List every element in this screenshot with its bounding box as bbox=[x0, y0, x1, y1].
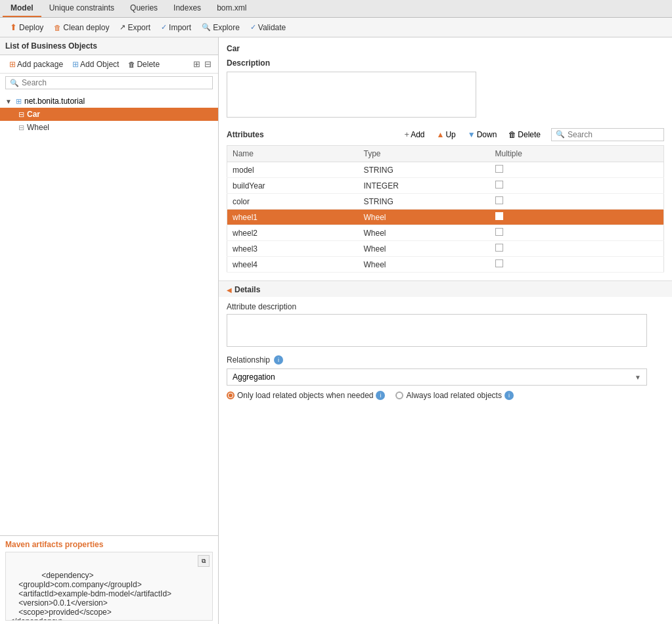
col-type: Type bbox=[359, 146, 490, 162]
add-object-icon: ⊞ bbox=[72, 60, 79, 69]
tab-queries[interactable]: Queries bbox=[122, 0, 166, 17]
table-row[interactable]: buildYearINTEGER bbox=[227, 178, 664, 194]
table-row[interactable]: wheel2Wheel bbox=[227, 225, 664, 241]
maven-copy-button[interactable]: ⧉ bbox=[198, 555, 210, 567]
table-row[interactable]: wheel3Wheel bbox=[227, 241, 664, 257]
always-load-info-icon[interactable]: i bbox=[504, 391, 514, 400]
validate-icon: ✓ bbox=[250, 23, 256, 32]
delete-object-button[interactable]: 🗑 Delete bbox=[124, 58, 164, 70]
import-button[interactable]: ✓ Import bbox=[156, 21, 196, 34]
table-row[interactable]: wheel1Wheel bbox=[227, 210, 664, 225]
cell-name: wheel1 bbox=[227, 210, 359, 225]
multiple-checkbox[interactable] bbox=[495, 259, 503, 267]
multiple-checkbox[interactable] bbox=[495, 228, 503, 236]
cell-multiple bbox=[490, 210, 664, 225]
right-panel: Car Description Attributes + Add bbox=[219, 37, 672, 624]
maven-header: Maven artifacts properties bbox=[5, 540, 213, 549]
details-header-row: ◀ Details bbox=[219, 281, 672, 297]
tree-root-label: net.bonita.tutorial bbox=[24, 97, 85, 106]
add-object-button[interactable]: ⊞ Add Object bbox=[68, 58, 123, 70]
cell-name: wheel4 bbox=[227, 257, 359, 273]
multiple-checkbox[interactable] bbox=[495, 165, 503, 173]
deploy-button[interactable]: ⬆ Deploy bbox=[5, 20, 48, 34]
cell-type: Wheel bbox=[359, 257, 490, 273]
left-search-icon: 🔍 bbox=[10, 79, 19, 87]
tree-root-icon: ⊞ bbox=[16, 97, 22, 106]
attributes-header-row: Attributes + Add ▲ Up ▼ Down bbox=[227, 127, 664, 141]
table-row[interactable]: colorSTRING bbox=[227, 194, 664, 210]
up-icon: ▲ bbox=[437, 130, 445, 139]
cell-type: Wheel bbox=[359, 225, 490, 241]
table-row[interactable]: wheel4Wheel bbox=[227, 257, 664, 273]
multiple-checkbox[interactable] bbox=[495, 244, 503, 252]
tab-unique-constraints[interactable]: Unique constraints bbox=[41, 0, 122, 17]
main-content: List of Business Objects ⊞ Add package ⊞… bbox=[0, 37, 672, 624]
car-object-icon: ⊟ bbox=[18, 110, 24, 119]
main-toolbar: ⬆ Deploy 🗑 Clean deploy ↗ Export ✓ Impor… bbox=[0, 18, 672, 37]
table-row[interactable]: modelSTRING bbox=[227, 162, 664, 178]
left-panel: List of Business Objects ⊞ Add package ⊞… bbox=[0, 37, 219, 624]
cell-type: STRING bbox=[359, 194, 490, 210]
cell-multiple bbox=[490, 225, 664, 241]
down-attr-button[interactable]: ▼ Down bbox=[462, 128, 503, 141]
radio-lazy-load[interactable]: Only load related objects when needed i bbox=[227, 391, 385, 400]
tree-container: ▼ ⊞ net.bonita.tutorial ⊟ Car ⊟ Wheel bbox=[0, 92, 218, 535]
add-attr-button[interactable]: + Add bbox=[399, 127, 430, 141]
add-package-button[interactable]: ⊞ Add package bbox=[5, 58, 67, 70]
cell-name: color bbox=[227, 194, 359, 210]
left-search-input[interactable] bbox=[22, 78, 208, 87]
cell-type: STRING bbox=[359, 162, 490, 178]
description-textarea[interactable] bbox=[227, 72, 476, 118]
tree-item-wheel[interactable]: ⊟ Wheel bbox=[0, 121, 218, 134]
delete-icon: 🗑 bbox=[128, 60, 135, 68]
left-search-container: 🔍 bbox=[5, 76, 213, 89]
details-collapse-icon[interactable]: ◀ bbox=[227, 286, 232, 294]
cell-multiple bbox=[490, 162, 664, 178]
radio-always-dot bbox=[395, 391, 403, 399]
attributes-toolbar: + Add ▲ Up ▼ Down 🗑 Delete bbox=[399, 127, 664, 141]
validate-button[interactable]: ✓ Validate bbox=[246, 21, 290, 34]
delete-attr-button[interactable]: 🗑 Delete bbox=[503, 128, 546, 141]
tab-bom-xml[interactable]: bom.xml bbox=[209, 0, 254, 17]
cell-multiple bbox=[490, 241, 664, 257]
cell-type: Wheel bbox=[359, 210, 490, 225]
attr-search-input[interactable] bbox=[568, 130, 660, 139]
col-name: Name bbox=[227, 146, 359, 162]
attributes-section: Attributes + Add ▲ Up ▼ Down bbox=[219, 127, 672, 280]
tree-item-car-label: Car bbox=[27, 110, 40, 119]
add-icon: + bbox=[405, 129, 410, 139]
deploy-icon: ⬆ bbox=[10, 22, 17, 32]
cell-type: INTEGER bbox=[359, 178, 490, 194]
cell-name: wheel3 bbox=[227, 241, 359, 257]
tree-item-wheel-label: Wheel bbox=[27, 123, 49, 132]
tree-root[interactable]: ▼ ⊞ net.bonita.tutorial bbox=[0, 95, 218, 108]
export-button[interactable]: ↗ Export bbox=[115, 21, 155, 34]
cell-multiple bbox=[490, 257, 664, 273]
down-icon: ▼ bbox=[468, 130, 476, 139]
lazy-load-info-icon[interactable]: i bbox=[376, 391, 385, 400]
relationship-value: Aggregation bbox=[233, 372, 275, 382]
radio-always-load[interactable]: Always load related objects i bbox=[395, 391, 513, 400]
cell-name: buildYear bbox=[227, 178, 359, 194]
cell-name: model bbox=[227, 162, 359, 178]
multiple-checkbox[interactable] bbox=[495, 196, 503, 204]
multiple-checkbox[interactable] bbox=[495, 212, 503, 220]
tab-indexes[interactable]: Indexes bbox=[166, 0, 209, 17]
description-label: Description bbox=[227, 58, 664, 68]
collapse-icon[interactable]: ⊟ bbox=[203, 58, 213, 70]
relationship-select[interactable]: Aggregation ▼ bbox=[227, 368, 647, 386]
expand-icon[interactable]: ⊞ bbox=[192, 58, 202, 70]
multiple-checkbox[interactable] bbox=[495, 181, 503, 189]
clean-deploy-button[interactable]: 🗑 Clean deploy bbox=[49, 21, 114, 34]
tab-model[interactable]: Model bbox=[3, 0, 41, 17]
top-tabs-bar: Model Unique constraints Queries Indexes… bbox=[0, 0, 672, 18]
radio-group: Only load related objects when needed i … bbox=[227, 391, 664, 400]
tree-item-car[interactable]: ⊟ Car bbox=[0, 108, 218, 121]
relationship-info-icon[interactable]: i bbox=[274, 355, 283, 365]
explore-button[interactable]: 🔍 Explore bbox=[197, 21, 244, 34]
attributes-table: Name Type Multiple modelSTRINGbuildYearI… bbox=[227, 145, 664, 273]
attr-description-textarea[interactable] bbox=[227, 314, 647, 347]
description-section: Description bbox=[219, 58, 672, 127]
up-attr-button[interactable]: ▲ Up bbox=[432, 128, 461, 141]
maven-code: <dependency> <groupId>com.company</group… bbox=[10, 571, 171, 621]
